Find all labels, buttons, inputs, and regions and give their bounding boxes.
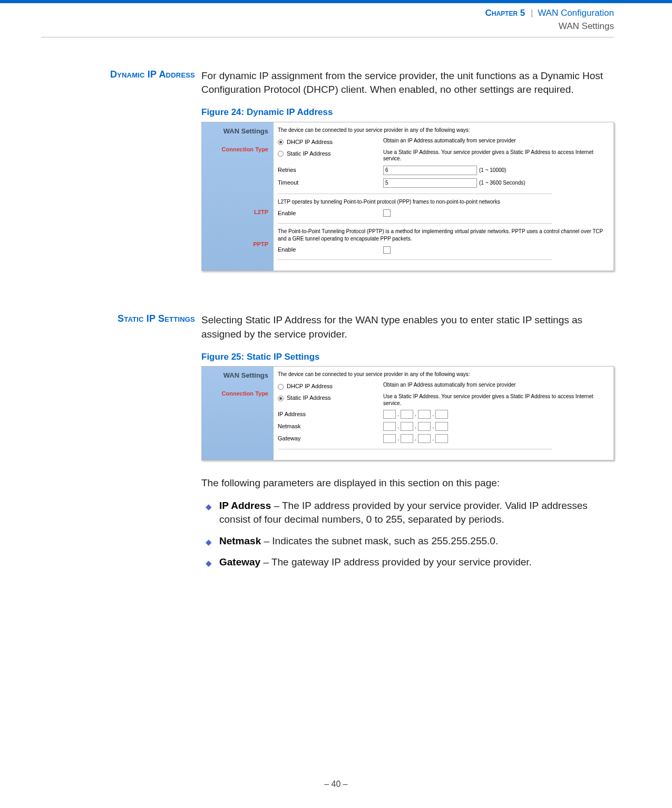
figure24-screenshot: WAN Settings Connection Type L2TP PPTP T… <box>201 122 614 272</box>
section-heading-dynamic-ip: Dynamic IP Address <box>63 69 201 272</box>
ss1-sidebar-item-pptp[interactable]: PPTP <box>202 237 270 249</box>
ss1-l2tp-text: L2TP operates by tunneling Point-to-Poin… <box>278 197 607 208</box>
ss2-ip-b[interactable] <box>401 410 413 419</box>
chapter-label: Chapter 5 <box>485 8 525 18</box>
diamond-icon: ◆ <box>206 536 212 549</box>
figure24-caption: Figure 24: Dynamic IP Address <box>201 106 614 118</box>
ss1-pptp-enable-label: Enable <box>278 246 383 254</box>
ss2-nm-b[interactable] <box>401 422 413 431</box>
header-subtitle: WAN Settings <box>485 21 614 33</box>
header-title: WAN Configuration <box>538 8 614 18</box>
ss2-gw-a[interactable] <box>383 434 396 443</box>
ss2-dhcp-desc: Obtain an IP Address automatically from … <box>383 382 607 389</box>
page-number: 40 <box>332 780 341 788</box>
ss1-sidebar-title: WAN Settings <box>202 124 270 142</box>
ss2-gw-d[interactable] <box>435 434 448 443</box>
ss1-timeout-hint: (1 ~ 3600 Seconds) <box>479 179 525 187</box>
ss1-dhcp-label: DHCP IP Address <box>287 139 333 145</box>
section1-body-text: For dynamic IP assignment from the servi… <box>201 69 614 97</box>
ss2-radio-dhcp[interactable] <box>278 384 284 390</box>
ss2-nm-a[interactable] <box>383 422 396 431</box>
ss1-sidebar-item-connection-type[interactable]: Connection Type <box>202 142 270 155</box>
ss1-static-desc: Use a Static IP Address. Your service pr… <box>383 149 607 162</box>
ss1-intro-text: The device can be connected to your serv… <box>278 126 607 136</box>
ss2-nm-c[interactable] <box>418 422 431 431</box>
diamond-icon: ◆ <box>206 501 212 527</box>
ss2-nm-d[interactable] <box>435 422 448 431</box>
ss1-radio-dhcp[interactable] <box>278 139 284 145</box>
ss1-pptp-enable-checkbox[interactable] <box>383 246 391 254</box>
section-heading-static-ip: Static IP Settings <box>63 313 201 576</box>
section2-body-text: Selecting Static IP Address for the WAN … <box>201 313 614 341</box>
ss2-sidebar-item-connection-type[interactable]: Connection Type <box>202 387 270 399</box>
ss2-ip-d[interactable] <box>435 410 448 419</box>
param-intro-text: The following parameters are displayed i… <box>201 476 614 490</box>
ss1-retries-label: Retries <box>278 166 383 174</box>
ss1-static-label: Static IP Address <box>287 150 331 157</box>
figure25-caption: Figure 25: Static IP Settings <box>201 351 614 363</box>
parameter-list: ◆ IP Address – The IP address provided b… <box>201 499 614 570</box>
ss2-netmask-label: Netmask <box>278 422 383 430</box>
ss2-gateway-label: Gateway <box>278 435 383 443</box>
ss2-ip-a[interactable] <box>383 410 396 419</box>
ss2-static-label: Static IP Address <box>287 395 331 401</box>
ss2-sidebar-title: WAN Settings <box>202 369 270 387</box>
ss2-ip-label: IP Address <box>278 410 383 418</box>
figure25-screenshot: WAN Settings Connection Type The device … <box>201 366 614 460</box>
ss2-gw-b[interactable] <box>401 434 413 443</box>
ss1-pptp-text: The Point-to-Point Tunneling Protocol (P… <box>278 227 607 245</box>
ss1-timeout-label: Timeout <box>278 179 383 187</box>
ss1-retries-hint: (1 ~ 10000) <box>479 167 506 174</box>
bullet-netmask: Netmask – Indicates the subnet mask, suc… <box>219 534 498 549</box>
page-footer: – 40 – <box>0 780 672 789</box>
diamond-icon: ◆ <box>206 557 212 570</box>
ss1-l2tp-enable-checkbox[interactable] <box>383 209 391 217</box>
ss2-intro-text: The device can be connected to your serv… <box>278 370 607 380</box>
ss2-static-desc: Use a Static IP Address. Your service pr… <box>383 393 607 407</box>
ss2-radio-static[interactable] <box>278 396 284 401</box>
ss1-sidebar-item-l2tp[interactable]: L2TP <box>202 205 270 217</box>
ss1-radio-static[interactable] <box>278 151 284 157</box>
bullet-ip-address: IP Address – The IP address provided by … <box>219 499 614 527</box>
header-separator: | <box>531 8 533 18</box>
ss2-dhcp-label: DHCP IP Address <box>287 383 333 389</box>
page-header: Chapter 5 | WAN Configuration WAN Settin… <box>0 3 672 36</box>
ss1-l2tp-enable-label: Enable <box>278 209 383 217</box>
ss1-retries-input[interactable] <box>383 166 477 175</box>
ss2-ip-c[interactable] <box>418 410 431 419</box>
ss1-dhcp-desc: Obtain an IP Address automatically from … <box>383 138 607 145</box>
ss2-gw-c[interactable] <box>418 434 431 443</box>
bullet-gateway: Gateway – The gateway IP address provide… <box>219 555 532 570</box>
ss1-timeout-input[interactable] <box>383 178 477 188</box>
